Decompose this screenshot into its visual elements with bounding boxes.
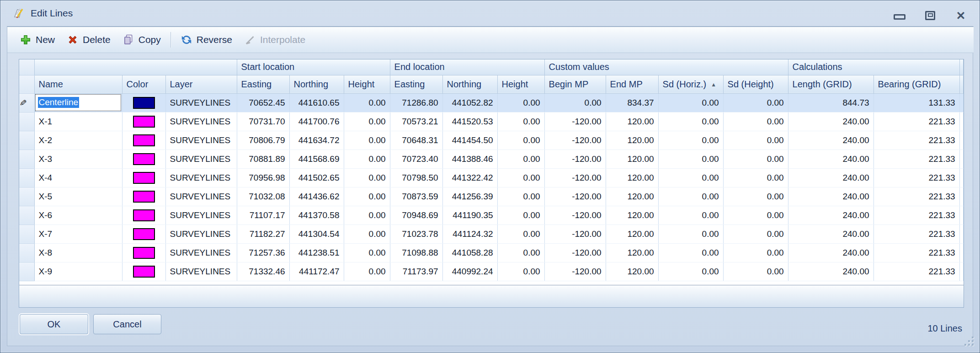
cell-sd-height[interactable]: 0.00 (723, 112, 788, 131)
cell-layer[interactable]: SURVEYLINES (165, 243, 237, 262)
cell-bearing[interactable]: 131.33 (873, 93, 959, 112)
cell-begin-mp[interactable]: -120.00 (544, 131, 606, 150)
cell-start-height[interactable]: 0.00 (344, 225, 390, 243)
cell-color[interactable] (122, 112, 165, 131)
cell-begin-mp[interactable]: -120.00 (544, 206, 606, 225)
col-start-height[interactable]: Height (344, 75, 390, 93)
cell-end-mp[interactable]: 120.00 (606, 262, 658, 281)
cell-end-height[interactable]: 0.00 (497, 243, 544, 262)
cell-layer[interactable]: SURVEYLINES (165, 206, 237, 225)
cell-end-height[interactable]: 0.00 (497, 206, 544, 225)
cell-bearing[interactable]: 221.33 (873, 150, 959, 168)
table-row[interactable]: ✎ X-3 SURVEYLINES 70881.89 441568.69 0.0… (19, 150, 964, 168)
cell-end-easting[interactable]: 70723.40 (390, 150, 442, 168)
band-start-location[interactable]: Start location (237, 59, 390, 75)
cell-end-northing[interactable]: 441256.39 (442, 187, 497, 206)
cell-begin-mp[interactable]: -120.00 (544, 262, 606, 281)
col-sd-horiz[interactable]: Sd (Horiz.)▲ (658, 75, 723, 93)
cell-name[interactable]: X-1 (34, 112, 122, 131)
cell-start-northing[interactable]: 441436.62 (289, 187, 344, 206)
cell-color[interactable] (122, 225, 165, 243)
cell-sd-height[interactable]: 0.00 (723, 150, 788, 168)
cell-color[interactable] (122, 168, 165, 187)
cell-bearing[interactable]: 221.33 (873, 112, 959, 131)
cell-sd-horiz[interactable]: 0.00 (658, 243, 723, 262)
cell-end-mp[interactable]: 120.00 (606, 131, 658, 150)
cell-begin-mp[interactable]: 0.00 (544, 93, 606, 112)
col-bearing-grid[interactable]: Bearing (GRID) (873, 75, 959, 93)
col-end-easting[interactable]: Easting (390, 75, 442, 93)
cell-sd-horiz[interactable]: 0.00 (658, 112, 723, 131)
name-edit-field[interactable]: Centerline (35, 94, 121, 111)
cell-start-northing[interactable]: 441172.47 (289, 262, 344, 281)
cell-sd-height[interactable]: 0.00 (723, 93, 788, 112)
delete-button[interactable]: Delete (61, 30, 117, 50)
col-name[interactable]: Name (34, 75, 122, 93)
maximize-button[interactable] (923, 10, 937, 21)
cell-start-height[interactable]: 0.00 (344, 131, 390, 150)
interpolate-button[interactable]: Interpolate (238, 30, 311, 50)
cell-name[interactable]: X-5 (34, 187, 122, 206)
cell-color[interactable] (122, 93, 165, 112)
cell-start-northing[interactable]: 441610.65 (289, 93, 344, 112)
table-row[interactable]: ✎ X-6 SURVEYLINES 71107.17 441370.58 0.0… (19, 206, 964, 225)
cell-start-easting[interactable]: 70956.98 (237, 168, 289, 187)
cell-bearing[interactable]: 221.33 (873, 131, 959, 150)
table-row[interactable]: ✎ X-4 SURVEYLINES 70956.98 441502.65 0.0… (19, 168, 964, 187)
minimize-button[interactable] (893, 10, 906, 21)
cell-length[interactable]: 240.00 (788, 225, 873, 243)
cell-end-mp[interactable]: 120.00 (606, 206, 658, 225)
cell-sd-height[interactable]: 0.00 (723, 262, 788, 281)
cell-end-northing[interactable]: 440992.24 (442, 262, 497, 281)
cell-bearing[interactable]: 221.33 (873, 225, 959, 243)
cell-layer[interactable]: SURVEYLINES (165, 150, 237, 168)
ok-button[interactable]: OK (20, 314, 88, 334)
cell-bearing[interactable]: 221.33 (873, 206, 959, 225)
col-start-northing[interactable]: Northing (289, 75, 344, 93)
cell-bearing[interactable]: 221.33 (873, 243, 959, 262)
col-layer[interactable]: Layer (165, 75, 237, 93)
cell-length[interactable]: 240.00 (788, 131, 873, 150)
cell-start-northing[interactable]: 441634.72 (289, 131, 344, 150)
band-general[interactable] (34, 59, 237, 75)
cell-length[interactable]: 240.00 (788, 262, 873, 281)
cell-end-height[interactable]: 0.00 (497, 225, 544, 243)
cell-color[interactable] (122, 187, 165, 206)
cell-end-easting[interactable]: 71098.88 (390, 243, 442, 262)
cell-layer[interactable]: SURVEYLINES (165, 262, 237, 281)
cell-start-northing[interactable]: 441502.65 (289, 168, 344, 187)
cell-end-mp[interactable]: 120.00 (606, 225, 658, 243)
cell-end-height[interactable]: 0.00 (497, 150, 544, 168)
close-button[interactable]: ✕ (954, 10, 968, 21)
cell-end-mp[interactable]: 120.00 (606, 168, 658, 187)
cell-sd-height[interactable]: 0.00 (723, 225, 788, 243)
col-start-easting[interactable]: Easting (237, 75, 289, 93)
cell-length[interactable]: 240.00 (788, 243, 873, 262)
cell-color[interactable] (122, 150, 165, 168)
cell-start-height[interactable]: 0.00 (344, 262, 390, 281)
cell-start-easting[interactable]: 71032.08 (237, 187, 289, 206)
cell-sd-horiz[interactable]: 0.00 (658, 187, 723, 206)
cell-start-northing[interactable]: 441238.51 (289, 243, 344, 262)
cell-start-easting[interactable]: 71182.27 (237, 225, 289, 243)
col-length-grid[interactable]: Length (GRID) (788, 75, 873, 93)
cell-layer[interactable]: SURVEYLINES (165, 112, 237, 131)
cell-end-northing[interactable]: 441520.53 (442, 112, 497, 131)
cell-start-height[interactable]: 0.00 (344, 93, 390, 112)
cell-start-height[interactable]: 0.00 (344, 150, 390, 168)
cell-name[interactable]: X-8 (34, 243, 122, 262)
reverse-button[interactable]: Reverse (175, 30, 238, 50)
band-custom-values[interactable]: Custom values (544, 59, 788, 75)
new-button[interactable]: New (14, 30, 61, 50)
col-end-mp[interactable]: End MP (606, 75, 658, 93)
cell-end-northing[interactable]: 441388.46 (442, 150, 497, 168)
cell-layer[interactable]: SURVEYLINES (165, 187, 237, 206)
cell-length[interactable]: 240.00 (788, 150, 873, 168)
cell-sd-horiz[interactable]: 0.00 (658, 225, 723, 243)
cell-start-northing[interactable]: 441370.58 (289, 206, 344, 225)
cell-end-northing[interactable]: 441052.82 (442, 93, 497, 112)
table-row[interactable]: ✎ X-9 SURVEYLINES 71332.46 441172.47 0.0… (19, 262, 964, 281)
cell-end-northing[interactable]: 441190.35 (442, 206, 497, 225)
cell-end-northing[interactable]: 441454.50 (442, 131, 497, 150)
col-begin-mp[interactable]: Begin MP (544, 75, 606, 93)
